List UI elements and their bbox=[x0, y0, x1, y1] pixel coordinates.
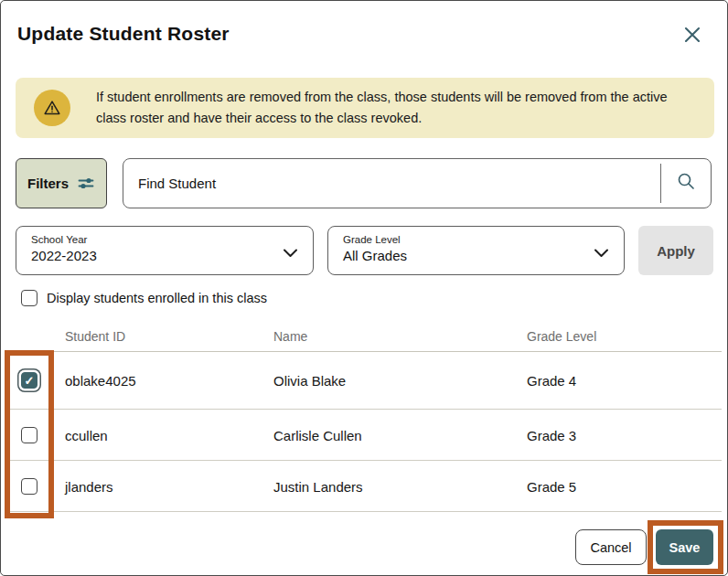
filters-button-label: Filters bbox=[27, 176, 69, 191]
search-icon bbox=[677, 172, 696, 195]
display-enrolled-checkbox[interactable]: ✓ bbox=[21, 290, 37, 306]
display-enrolled-toggle[interactable]: ✓ Display students enrolled in this clas… bbox=[21, 290, 267, 306]
cell-student-id: oblake4025 bbox=[65, 373, 136, 389]
student-search bbox=[123, 158, 712, 208]
cell-student-id: ccullen bbox=[65, 427, 108, 443]
header-name: Name bbox=[273, 329, 307, 344]
grade-level-select[interactable]: Grade Level All Grades bbox=[327, 226, 625, 275]
header-student-id: Student ID bbox=[65, 329, 125, 344]
grade-level-value: All Grades bbox=[343, 248, 609, 263]
checkmark-icon: ✓ bbox=[25, 375, 35, 387]
apply-button[interactable]: Apply bbox=[638, 226, 713, 275]
chevron-down-icon bbox=[594, 245, 609, 261]
school-year-label: School Year bbox=[31, 234, 298, 245]
close-icon bbox=[682, 25, 702, 48]
cell-name: Justin Landers bbox=[273, 478, 363, 494]
table-row: ✓ oblake4025 Olivia Blake Grade 4 bbox=[8, 352, 722, 410]
header-grade-level: Grade Level bbox=[527, 329, 596, 344]
close-button[interactable] bbox=[680, 23, 705, 48]
warning-icon bbox=[34, 90, 70, 126]
display-enrolled-label: Display students enrolled in this class bbox=[47, 291, 267, 305]
filters-button[interactable]: Filters bbox=[16, 158, 107, 208]
grade-level-label: Grade Level bbox=[343, 234, 609, 245]
table-row: ✓ jlanders Justin Landers Grade 5 bbox=[8, 461, 722, 512]
dialog-title: Update Student Roster bbox=[17, 23, 230, 45]
row-checkbox[interactable]: ✓ bbox=[21, 427, 37, 443]
update-student-roster-dialog: Update Student Roster If student enrollm… bbox=[0, 0, 728, 576]
cell-name: Carlisle Cullen bbox=[273, 427, 362, 443]
search-input[interactable] bbox=[123, 159, 660, 208]
cell-grade-level: Grade 5 bbox=[527, 478, 576, 494]
cell-name: Olivia Blake bbox=[273, 373, 346, 389]
row-checkbox[interactable]: ✓ bbox=[21, 372, 37, 389]
row-checkbox[interactable]: ✓ bbox=[21, 478, 37, 495]
cancel-button[interactable]: Cancel bbox=[575, 529, 647, 565]
cell-grade-level: Grade 3 bbox=[527, 427, 576, 443]
school-year-value: 2022-2023 bbox=[31, 248, 298, 263]
chevron-down-icon bbox=[283, 245, 298, 261]
cell-student-id: jlanders bbox=[65, 478, 113, 494]
warning-banner: If student enrollments are removed from … bbox=[16, 78, 714, 138]
table-row: ✓ ccullen Carlisle Cullen Grade 3 bbox=[8, 410, 722, 461]
sliders-icon bbox=[77, 176, 95, 190]
save-button[interactable]: Save bbox=[656, 529, 713, 565]
cell-grade-level: Grade 4 bbox=[527, 373, 576, 389]
search-button[interactable] bbox=[661, 159, 711, 208]
school-year-select[interactable]: School Year 2022-2023 bbox=[16, 226, 314, 275]
table-header: Student ID Name Grade Level bbox=[8, 326, 722, 352]
warning-text: If student enrollments are removed from … bbox=[96, 87, 692, 129]
